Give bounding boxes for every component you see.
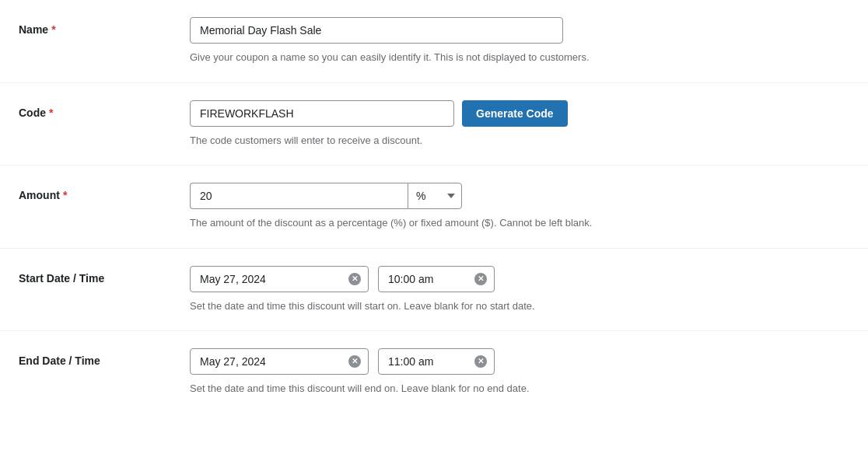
name-hint: Give your coupon a name so you can easil… bbox=[190, 50, 849, 65]
end-datetime-hint: Set the date and time this discount will… bbox=[190, 381, 849, 396]
end-datetime-row: End Date / Time ✕ ✕ Set the date and tim… bbox=[0, 331, 868, 414]
end-date-wrapper: ✕ bbox=[190, 348, 369, 375]
start-datetime-field-col: ✕ ✕ Set the date and time this discount … bbox=[190, 266, 849, 314]
start-datetime-label: Start Date / Time bbox=[19, 266, 190, 285]
start-date-wrapper: ✕ bbox=[190, 266, 369, 292]
amount-field-col: % $ The amount of the discount as a perc… bbox=[190, 183, 849, 231]
start-datetime-hint: Set the date and time this discount will… bbox=[190, 299, 849, 314]
generate-code-button[interactable]: Generate Code bbox=[462, 100, 568, 127]
end-date-clear-icon[interactable]: ✕ bbox=[348, 355, 361, 368]
code-hint: The code customers will enter to receive… bbox=[190, 133, 849, 148]
amount-required: * bbox=[63, 189, 67, 201]
name-required: * bbox=[51, 23, 55, 36]
name-input[interactable] bbox=[190, 17, 563, 44]
code-label: Code* bbox=[19, 100, 190, 119]
name-label: Name* bbox=[19, 17, 190, 36]
amount-input[interactable] bbox=[190, 183, 408, 209]
amount-inputs-row: % $ bbox=[190, 183, 849, 209]
code-field-col: Generate Code The code customers will en… bbox=[190, 100, 849, 148]
coupon-form: Name* Give your coupon a name so you can… bbox=[0, 0, 868, 454]
end-time-clear-icon[interactable]: ✕ bbox=[474, 355, 487, 368]
end-datetime-inputs: ✕ ✕ bbox=[190, 348, 849, 375]
end-time-wrapper: ✕ bbox=[378, 348, 495, 375]
amount-unit-select[interactable]: % $ bbox=[408, 183, 462, 209]
name-row: Name* Give your coupon a name so you can… bbox=[0, 0, 868, 83]
start-datetime-row: Start Date / Time ✕ ✕ Set the date and t… bbox=[0, 249, 868, 332]
start-date-clear-icon[interactable]: ✕ bbox=[348, 273, 361, 285]
amount-hint: The amount of the discount as a percenta… bbox=[190, 215, 849, 231]
end-datetime-label: End Date / Time bbox=[19, 348, 190, 367]
code-input[interactable] bbox=[190, 100, 454, 127]
code-inputs-row: Generate Code bbox=[190, 100, 849, 127]
code-row: Code* Generate Code The code customers w… bbox=[0, 83, 868, 166]
start-date-input[interactable] bbox=[190, 266, 369, 292]
end-date-input[interactable] bbox=[190, 348, 369, 375]
start-time-wrapper: ✕ bbox=[378, 266, 495, 292]
start-datetime-inputs: ✕ ✕ bbox=[190, 266, 849, 292]
code-required: * bbox=[49, 107, 53, 119]
amount-row: Amount* % $ The amount of the discount a… bbox=[0, 166, 868, 249]
name-field-col: Give your coupon a name so you can easil… bbox=[190, 17, 849, 65]
amount-label: Amount* bbox=[19, 183, 190, 201]
start-time-clear-icon[interactable]: ✕ bbox=[474, 273, 487, 285]
end-datetime-field-col: ✕ ✕ Set the date and time this discount … bbox=[190, 348, 849, 396]
